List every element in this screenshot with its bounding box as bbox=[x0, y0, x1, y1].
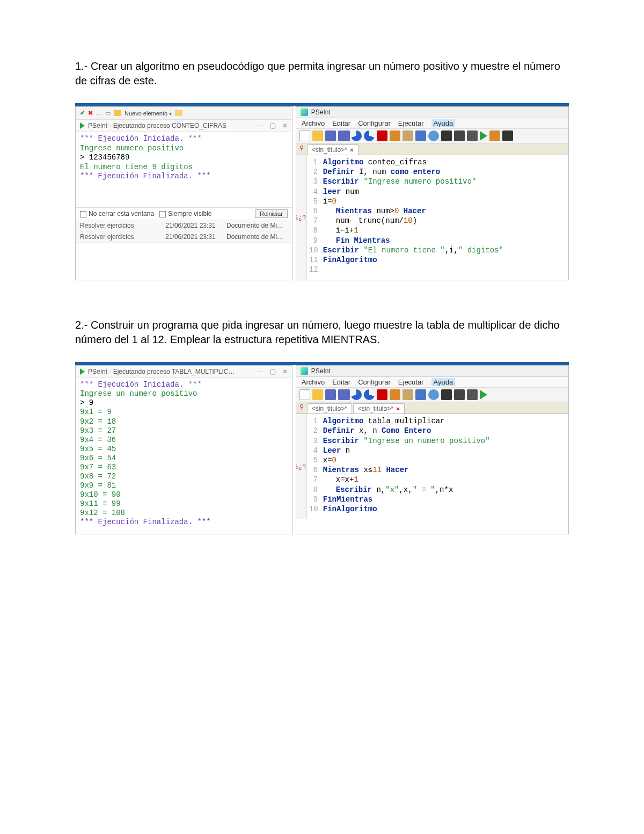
screenshot-pair-2: PSeInt - Ejecutando proceso TABLA_MULTIP… bbox=[75, 362, 569, 534]
code-line: 5i=0 bbox=[309, 197, 566, 206]
save-icon[interactable] bbox=[325, 389, 336, 400]
code-line: 2Definir I, num como entero bbox=[309, 167, 566, 177]
copy-icon[interactable] bbox=[390, 389, 400, 400]
menu-archivo[interactable]: Archivo bbox=[302, 119, 325, 127]
code-body-2[interactable]: 1Algoritmo tabla_multiplicar2Definir x, … bbox=[307, 414, 568, 519]
app-title: PSeInt bbox=[311, 108, 331, 116]
menu-ayuda[interactable]: Ayuda bbox=[431, 119, 456, 127]
file-list: Resolver ejercicios21/06/2021 23:31Docum… bbox=[76, 220, 292, 243]
tool-icon[interactable] bbox=[454, 389, 465, 400]
code-line: 3Escribir "Ingrese numero positivo" bbox=[309, 177, 566, 186]
menu-editar[interactable]: Editar bbox=[332, 378, 350, 386]
menubar: Archivo Editar Configurar Ejecutar Ayuda bbox=[296, 377, 568, 388]
check-icon: ✔ bbox=[80, 110, 85, 117]
menu-configurar[interactable]: Configurar bbox=[358, 119, 391, 127]
book-icon[interactable] bbox=[415, 389, 426, 400]
tool-icon[interactable] bbox=[441, 389, 452, 400]
editor-tab[interactable]: <sin_titulo>*✕ bbox=[307, 144, 358, 155]
pin-icon: ⚲ bbox=[299, 144, 306, 155]
close-tab-icon[interactable]: ✕ bbox=[396, 406, 400, 412]
code-line: 6Mientras x≤11 Hacer bbox=[309, 465, 566, 475]
tool-icon[interactable] bbox=[467, 389, 478, 400]
code-area-1: ½¿? Lista de Variables *=∧ Operadores y … bbox=[296, 155, 568, 280]
exercise-2-text: 2.- Construir un programa que pida ingre… bbox=[75, 318, 569, 347]
x-icon: ✖ bbox=[88, 110, 93, 117]
exec-title: PSeInt - Ejecutando proceso CONTEO_CIFRA… bbox=[88, 122, 254, 129]
close-button[interactable]: ✕ bbox=[282, 122, 288, 129]
code-line: 10FinAlgoritmo bbox=[309, 504, 566, 514]
undo-icon[interactable] bbox=[351, 389, 362, 400]
toolbar bbox=[296, 129, 568, 143]
cut-icon[interactable] bbox=[377, 389, 387, 400]
help-icon[interactable] bbox=[428, 389, 439, 400]
exec-window-2: PSeInt - Ejecutando proceso TABLA_MULTIP… bbox=[75, 365, 292, 534]
stop-icon[interactable] bbox=[502, 130, 513, 141]
code-line: 7x=x+1 bbox=[309, 475, 566, 484]
redo-icon[interactable] bbox=[364, 130, 375, 141]
maximize-button[interactable]: ▢ bbox=[270, 122, 276, 129]
copy-icon[interactable] bbox=[390, 130, 400, 141]
code-body-1[interactable]: 1Algoritmo conteo_cifras2Definir I, num … bbox=[307, 155, 568, 280]
code-line: 4leer num bbox=[309, 187, 566, 197]
close-tab-icon[interactable]: ✕ bbox=[349, 147, 354, 153]
code-line: 5x=0 bbox=[309, 455, 566, 465]
pin-icon: ⚲ bbox=[299, 403, 306, 414]
menu-ayuda[interactable]: Ayuda bbox=[431, 378, 456, 386]
menu-ejecutar[interactable]: Ejecutar bbox=[398, 378, 424, 386]
rename-icon: ▭ bbox=[105, 110, 111, 117]
folder-icon bbox=[175, 110, 182, 116]
tabstrip: ⚲ <sin_titulo>*✕ bbox=[296, 143, 568, 155]
siempre-visible-checkbox[interactable]: Siempre visible bbox=[159, 210, 211, 217]
new-file-icon[interactable] bbox=[299, 389, 310, 400]
menubar: Archivo Editar Configurar Ejecutar Ayuda bbox=[296, 118, 568, 129]
menu-editar[interactable]: Editar bbox=[332, 119, 350, 127]
save-all-icon[interactable] bbox=[338, 389, 349, 400]
code-line: 11FinAlgoritmo bbox=[309, 255, 566, 265]
editor-titlebar: PSeInt bbox=[296, 107, 568, 118]
vertical-sidebar: ½¿? Lista de Variables *=∧ Operadores y … bbox=[296, 155, 307, 280]
run-icon[interactable] bbox=[480, 131, 487, 141]
file-row[interactable]: Resolver ejercicios21/06/2021 23:31Docum… bbox=[76, 231, 292, 243]
redo-icon[interactable] bbox=[364, 389, 375, 400]
editor-tab[interactable]: <sin_titulo>* bbox=[307, 403, 352, 414]
book-icon[interactable] bbox=[415, 130, 426, 141]
editor-window-1: PSeInt Archivo Editar Configurar Ejecuta… bbox=[296, 106, 569, 280]
file-row[interactable]: Resolver ejercicios21/06/2021 23:31Docum… bbox=[76, 220, 292, 231]
save-all-icon[interactable] bbox=[338, 130, 349, 141]
tool-icon[interactable] bbox=[441, 130, 452, 141]
code-area-2: ½¿? Lista de Variables *=∧ Operadores y … bbox=[296, 414, 568, 519]
toolbar bbox=[296, 388, 568, 402]
glyph-decor: ½¿? bbox=[296, 463, 306, 470]
editor-window-2: PSeInt Archivo Editar Configurar Ejecuta… bbox=[296, 365, 569, 534]
code-line: 4Leer n bbox=[309, 446, 566, 455]
exec-titlebar: PSeInt - Ejecutando proceso TABLA_MULTIP… bbox=[76, 366, 292, 378]
cut-icon[interactable] bbox=[377, 130, 387, 141]
minimize-button[interactable]: — bbox=[257, 122, 264, 129]
glyph-decor: ½¿? bbox=[296, 214, 306, 221]
maximize-button[interactable]: ▢ bbox=[270, 368, 276, 375]
menu-archivo[interactable]: Archivo bbox=[302, 378, 325, 386]
step-icon[interactable] bbox=[489, 130, 500, 141]
paste-icon[interactable] bbox=[402, 130, 413, 141]
tool-icon[interactable] bbox=[454, 130, 465, 141]
undo-icon[interactable] bbox=[351, 130, 362, 141]
reiniciar-button[interactable]: Reiniciar bbox=[255, 209, 288, 218]
editor-tab[interactable]: <sin_titulo>*✕ bbox=[353, 403, 405, 414]
run-icon[interactable] bbox=[480, 390, 487, 400]
open-folder-icon[interactable] bbox=[312, 389, 323, 400]
code-line: 1Algoritmo conteo_cifras bbox=[309, 157, 566, 167]
menu-ejecutar[interactable]: Ejecutar bbox=[398, 119, 424, 127]
help-icon[interactable] bbox=[428, 130, 439, 141]
tool-icon[interactable] bbox=[467, 130, 478, 141]
paste-icon[interactable] bbox=[402, 389, 413, 400]
no-cerrar-checkbox[interactable]: No cerrar esta ventana bbox=[80, 210, 154, 217]
save-icon[interactable] bbox=[325, 130, 336, 141]
close-button[interactable]: ✕ bbox=[282, 368, 288, 375]
open-folder-icon[interactable] bbox=[312, 130, 323, 141]
code-line: 12 bbox=[309, 265, 566, 274]
menu-configurar[interactable]: Configurar bbox=[358, 378, 391, 386]
minimize-button[interactable]: — bbox=[257, 368, 264, 375]
new-file-icon[interactable] bbox=[299, 130, 310, 141]
pseint-logo-icon bbox=[301, 108, 308, 116]
nuevo-elemento-dropdown[interactable]: Nuevo elemento bbox=[125, 110, 172, 117]
